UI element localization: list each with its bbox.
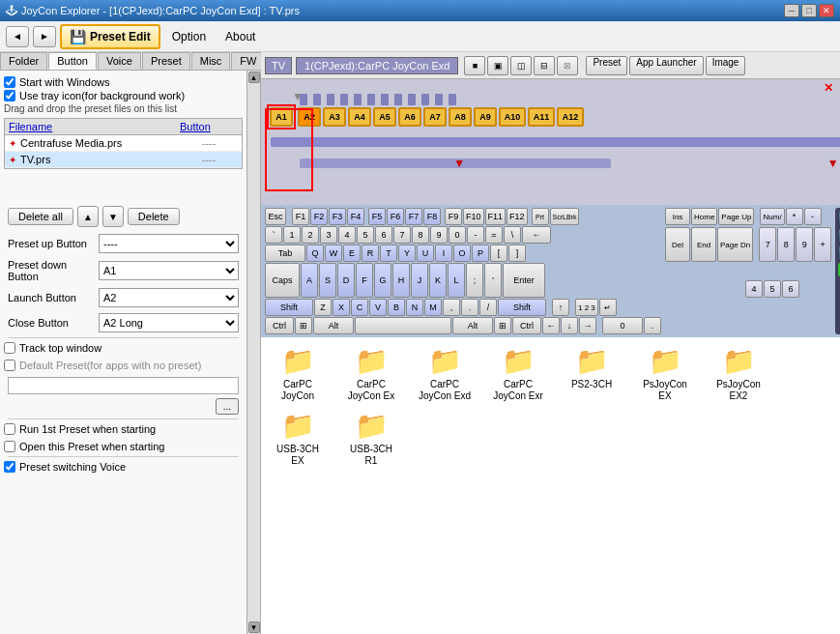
key-backslash[interactable]: \ (504, 226, 521, 244)
key-ins[interactable]: Ins (665, 208, 690, 225)
tab-folder[interactable]: Folder (0, 52, 47, 70)
key-scrlbrk[interactable]: ScrLBrk (550, 208, 580, 225)
key-rshift[interactable]: Shift (498, 299, 546, 316)
key-num5[interactable]: 5 (764, 280, 781, 298)
key-rbracket[interactable]: ] (508, 245, 526, 262)
key-f10[interactable]: F10 (463, 208, 484, 225)
key-5[interactable]: 5 (357, 226, 374, 244)
key-x[interactable]: X (333, 299, 350, 316)
key-i[interactable]: I (435, 245, 452, 262)
down-button[interactable]: ▼ (102, 206, 124, 227)
run-first-checkbox[interactable] (4, 423, 15, 435)
key-f1[interactable]: F1 (292, 208, 309, 225)
col-button[interactable]: Button (180, 121, 238, 132)
key-u[interactable]: U (417, 245, 434, 262)
key-a[interactable]: A (301, 263, 318, 298)
key-n[interactable]: N (406, 299, 423, 316)
key-0[interactable]: 0 (449, 226, 466, 244)
col-filename[interactable]: Filename (9, 121, 180, 132)
key-lctrl[interactable]: Ctrl (265, 317, 294, 334)
key-lwin[interactable]: ⊞ (295, 317, 312, 334)
preset-btn-a4[interactable]: A4 (348, 107, 371, 127)
default-preset-checkbox[interactable] (4, 360, 15, 371)
preset-down-select[interactable]: A1 (99, 261, 239, 280)
preset-btn-a6[interactable]: A6 (398, 107, 421, 127)
preset-btn-a7[interactable]: A7 (423, 107, 447, 127)
key-tab[interactable]: Tab (265, 245, 305, 262)
key-left[interactable]: ← (542, 317, 560, 334)
folder-carpc-joycon-exr[interactable]: 📁 CarPCJoyCon Exr (489, 345, 547, 402)
key-c[interactable]: C (351, 299, 368, 316)
preset-btn-a8[interactable]: A8 (449, 107, 472, 127)
close-button[interactable]: ✕ (819, 4, 834, 17)
key-e[interactable]: E (343, 245, 361, 262)
key-num9[interactable]: 9 (796, 227, 813, 262)
key-comma[interactable]: , (443, 299, 460, 316)
key-v[interactable]: V (369, 299, 387, 316)
key-nummul[interactable]: * (786, 208, 803, 225)
key-num123[interactable]: 1 2 3 (575, 299, 598, 316)
key-caps[interactable]: Caps (265, 263, 300, 298)
preset-btn-a11[interactable]: A11 (528, 107, 555, 127)
key-del[interactable]: Del (665, 227, 690, 262)
preset-edit-button[interactable]: 💾 Preset Edit (60, 24, 160, 49)
key-o[interactable]: O (453, 245, 471, 262)
key-f5[interactable]: F5 (368, 208, 386, 225)
key-3[interactable]: 3 (320, 226, 337, 244)
key-f8[interactable]: F8 (423, 208, 441, 225)
key-f11[interactable]: F11 (485, 208, 507, 225)
key-p[interactable]: P (472, 245, 489, 262)
key-down[interactable]: ↓ (561, 317, 578, 334)
key-lalt[interactable]: Alt (313, 317, 354, 334)
key-numdot[interactable]: . (644, 317, 661, 334)
key-pgup[interactable]: Page Up (718, 208, 754, 225)
rh-btn-5[interactable]: ⊠ (557, 56, 578, 75)
key-equals[interactable]: = (485, 226, 503, 244)
key-backtick[interactable]: ` (265, 226, 282, 244)
key-t[interactable]: T (380, 245, 397, 262)
key-f[interactable]: F (356, 263, 373, 298)
close-select[interactable]: A2 Long (99, 313, 239, 332)
key-h[interactable]: H (392, 263, 410, 298)
key-pgdn[interactable]: Page Dn (717, 227, 753, 262)
tab-misc[interactable]: Misc (191, 52, 231, 70)
rh-btn-1[interactable]: ■ (464, 56, 485, 75)
preset-btn-a3[interactable]: A3 (323, 107, 346, 127)
folder-usb-3ch-ex[interactable]: 📁 USB-3CHEX (269, 410, 327, 467)
image-tab-btn[interactable]: Image (706, 56, 746, 75)
key-f2[interactable]: F2 (310, 208, 328, 225)
key-f7[interactable]: F7 (405, 208, 422, 225)
key-1[interactable]: 1 (283, 226, 301, 244)
key-l[interactable]: L (448, 263, 465, 298)
key-right[interactable]: → (579, 317, 596, 334)
key-d[interactable]: D (337, 263, 355, 298)
key-num7[interactable]: 7 (759, 227, 776, 262)
key-r[interactable]: R (362, 245, 379, 262)
key-lshift[interactable]: Shift (265, 299, 313, 316)
key-esc[interactable]: Esc (265, 208, 286, 225)
key-enter[interactable]: Enter (503, 263, 545, 298)
rh-btn-3[interactable]: ◫ (510, 56, 532, 75)
key-f9[interactable]: F9 (445, 208, 462, 225)
track-top-checkbox[interactable] (4, 342, 15, 354)
key-semicolon[interactable]: ; (466, 263, 483, 298)
key-numdiv[interactable]: Num/ (760, 208, 784, 225)
tab-voice[interactable]: Voice (98, 52, 141, 70)
preset-btn-a5[interactable]: A5 (373, 107, 396, 127)
list-item[interactable]: ✦ TV.prs ---- (5, 152, 242, 168)
key-up[interactable]: ↑ (552, 299, 569, 316)
rh-btn-4[interactable]: ⊟ (534, 56, 555, 75)
option-menu[interactable]: Option (164, 26, 214, 47)
key-quote[interactable]: ' (484, 263, 502, 298)
folder-carpc-joycon-exd[interactable]: 📁 CarPCJoyCon Exd (416, 345, 474, 402)
preset-btn-a10[interactable]: A10 (499, 107, 526, 127)
close-x-icon[interactable]: ✕ (824, 81, 833, 95)
rh-btn-2[interactable]: ▣ (487, 56, 508, 75)
folder-psjoycon-ex[interactable]: 📁 PsJoyConEX (636, 345, 694, 402)
preset-tab-btn[interactable]: Preset (586, 56, 627, 75)
maximize-button[interactable]: □ (801, 4, 817, 17)
key-minus[interactable]: - (467, 226, 484, 244)
key-f4[interactable]: F4 (347, 208, 364, 225)
delete-all-button[interactable]: Delete all (8, 208, 73, 225)
key-ralt[interactable]: Alt (452, 317, 493, 334)
